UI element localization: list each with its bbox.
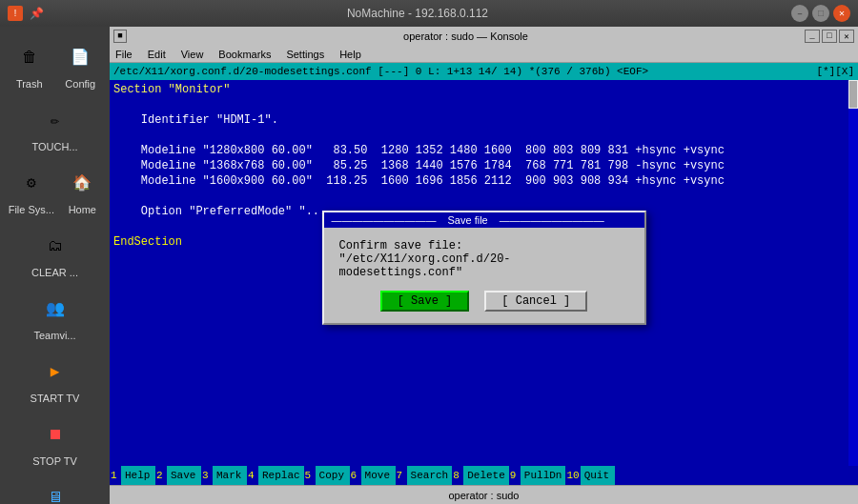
sidebar-item-teamvi1[interactable]: 👥 Teamvi...: [0, 286, 110, 345]
editor-line-5: Modeline "1368x768 60.00" 85.25 1368 144…: [113, 158, 854, 173]
fkey-save[interactable]: 2 Save: [155, 466, 201, 485]
fkey-num-3: 3: [201, 466, 213, 485]
sidebar-label-starttv: START TV: [31, 393, 80, 404]
editor-line-0: Section "Monitor": [113, 82, 854, 97]
konsole-minimize-btn[interactable]: _: [805, 30, 820, 43]
teamvi2-icon: 🖥: [36, 478, 74, 504]
sidebar-item-stoptv[interactable]: ⏹ STOP TV: [0, 412, 110, 471]
editor-line-7: [113, 189, 854, 204]
pin-icon: 📌: [29, 6, 44, 21]
konsole-close-box[interactable]: ■: [113, 30, 127, 43]
save-button[interactable]: [ Save ]: [380, 291, 470, 312]
title-bar: ! 📌 NoMachine - 192.168.0.112 – □ ✕: [0, 0, 858, 27]
starttv-icon: ▶: [36, 353, 74, 391]
filesystem-icon: ⚙: [12, 164, 51, 202]
close-button[interactable]: ✕: [833, 5, 850, 22]
maximize-button[interactable]: □: [812, 5, 829, 22]
fkey-replace[interactable]: 4 Replac: [247, 466, 304, 485]
home-icon: 🏠: [63, 164, 101, 202]
konsole-close-btn[interactable]: ✕: [839, 30, 854, 43]
sidebar-item-filesystem[interactable]: ⚙ File Sys...: [7, 160, 56, 219]
save-dialog-body: Confirm save file: "/etc/X11/xorg.conf.d…: [324, 228, 644, 323]
sidebar-label-clear: CLEAR ...: [31, 267, 78, 278]
content-area: ■ operator : sudo — Konsole _ □ ✕ File E…: [110, 27, 858, 504]
fkey-num-9: 9: [509, 466, 521, 485]
fkey-label-pulldn: PullDn: [521, 466, 566, 485]
editor-top-bar-right: [*][X]: [816, 66, 854, 77]
editor-line-3: [113, 128, 854, 143]
fkey-delete[interactable]: 8 Delete: [452, 466, 509, 485]
fkey-num-5: 5: [304, 466, 316, 485]
save-dialog-message: Confirm save file: "/etc/X11/xorg.conf.d…: [339, 239, 629, 279]
editor-line-1: [113, 97, 854, 112]
fkey-pulldn[interactable]: 9 PullDn: [509, 466, 566, 485]
menu-edit[interactable]: Edit: [146, 49, 168, 60]
save-dialog-title-line2: ——————————: [500, 214, 604, 226]
teamvi1-icon: 👥: [36, 290, 74, 328]
fkey-num-8: 8: [452, 466, 463, 485]
fkey-num-6: 6: [350, 466, 361, 485]
fkey-copy[interactable]: 5 Copy: [304, 466, 350, 485]
sidebar-label-stoptv: STOP TV: [32, 455, 76, 467]
fkey-label-save: Save: [167, 466, 201, 485]
sidebar-top-row: 🗑 Trash 📄 Config: [0, 34, 110, 93]
fkey-search[interactable]: 7 Search: [396, 466, 453, 485]
konsole-title-left: ■: [113, 30, 127, 43]
konsole-bottom-text: operator : sudo: [449, 490, 520, 501]
sidebar-item-touch[interactable]: ✏ TOUCH...: [30, 97, 79, 156]
editor-line-2: Identifier "HDMI-1".: [113, 112, 854, 128]
fkey-help[interactable]: 1 Help: [110, 466, 155, 485]
editor-content[interactable]: Section "Monitor" Identifier "HDMI-1". M…: [110, 80, 858, 466]
cancel-button[interactable]: [ Cancel ]: [484, 291, 587, 312]
minimize-button[interactable]: –: [791, 5, 808, 22]
editor-line-4: Modeline "1280x800 60.00" 83.50 1280 135…: [113, 143, 854, 158]
fkey-num-1: 1: [110, 466, 121, 485]
fkey-label-replace: Replac: [258, 466, 304, 485]
menu-view[interactable]: View: [179, 49, 206, 60]
menu-file[interactable]: File: [113, 49, 134, 60]
scroll-thumb[interactable]: [848, 80, 858, 109]
konsole-maximize-btn[interactable]: □: [822, 30, 837, 43]
menu-bookmarks[interactable]: Bookmarks: [216, 49, 273, 60]
sidebar-item-teamvi2[interactable]: 🖥 TeamVi...: [0, 474, 110, 504]
save-dialog-buttons: [ Save ] [ Cancel ]: [339, 291, 629, 312]
sidebar-label-filesystem: File Sys...: [9, 204, 54, 215]
clear-icon: 🗂: [36, 227, 74, 265]
fkey-label-quit: Quit: [581, 466, 615, 485]
sidebar-item-trash[interactable]: 🗑 Trash: [9, 34, 51, 93]
save-dialog-title-line: ——————————: [332, 214, 437, 226]
fkey-quit[interactable]: 10 Quit: [565, 466, 614, 485]
save-dialog-titlebar: —————————— Save file ——————————: [324, 212, 644, 228]
sidebar-label-teamvi1: Teamvi...: [33, 330, 75, 341]
main-layout: 🗑 Trash 📄 Config ✏ TOUCH... ⚙ File Sys..…: [0, 27, 858, 504]
sidebar: 🗑 Trash 📄 Config ✏ TOUCH... ⚙ File Sys..…: [0, 27, 110, 504]
sidebar-touch-row: ✏ TOUCH...: [0, 97, 110, 156]
konsole-bottom-status: operator : sudo: [110, 485, 858, 504]
fkey-bar: 1 Help 2 Save 3 Mark 4 Replac: [110, 466, 858, 485]
save-dialog: —————————— Save file —————————— Confirm …: [322, 211, 646, 325]
editor-top-bar-text: /etc/X11/xorg.conf.d/20-modesettings.con…: [113, 66, 812, 77]
stoptv-icon: ⏹: [36, 415, 74, 454]
fkey-move[interactable]: 6 Move: [350, 466, 396, 485]
sidebar-label-trash: Trash: [16, 78, 43, 90]
fkey-mark[interactable]: 3 Mark: [201, 466, 247, 485]
title-bar-left: ! 📌: [8, 6, 44, 21]
window-title: NoMachine - 192.168.0.112: [44, 7, 791, 20]
config-icon: 📄: [61, 38, 99, 76]
sidebar-item-home[interactable]: 🏠 Home: [61, 160, 103, 219]
sidebar-item-starttv[interactable]: ▶ START TV: [0, 349, 110, 408]
fkey-num-7: 7: [396, 466, 407, 485]
fkey-label-delete: Delete: [463, 466, 509, 485]
konsole-scrollbar[interactable]: [848, 80, 858, 466]
fkey-num-4: 4: [247, 466, 258, 485]
konsole-title-controls: _ □ ✕: [805, 30, 854, 43]
konsole-window: ■ operator : sudo — Konsole _ □ ✕ File E…: [110, 27, 858, 504]
fkey-num-10: 10: [565, 466, 580, 485]
sidebar-item-clear[interactable]: 🗂 CLEAR ...: [0, 223, 110, 282]
menu-help[interactable]: Help: [337, 49, 363, 60]
sidebar-item-config[interactable]: 📄 Config: [59, 34, 101, 93]
menu-settings[interactable]: Settings: [284, 49, 326, 60]
konsole-title-text: operator : sudo — Konsole: [127, 30, 805, 42]
editor-line-6: Modeline "1600x900 60.00" 118.25 1600 16…: [113, 173, 854, 189]
touch-icon: ✏: [35, 101, 73, 139]
